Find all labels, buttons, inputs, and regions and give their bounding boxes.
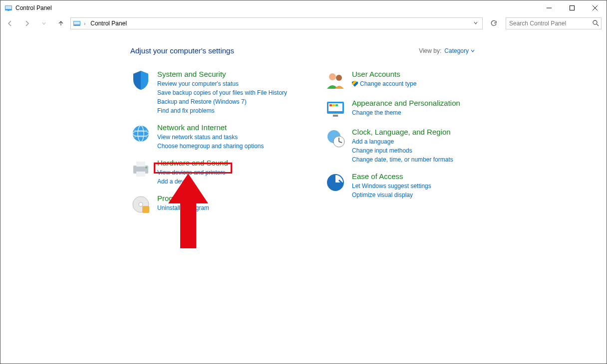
shield-icon: [130, 70, 151, 91]
address-dropdown[interactable]: [471, 20, 480, 27]
category-clock-language-region: Clock, Language, and Region Add a langua…: [325, 128, 490, 164]
task-link[interactable]: Add a language: [352, 137, 453, 146]
svg-rect-1: [5, 6, 11, 9]
category-network-internet: Network and Internet View network status…: [130, 123, 295, 151]
svg-rect-28: [333, 115, 338, 117]
svg-rect-4: [570, 6, 575, 10]
svg-line-10: [597, 24, 599, 26]
annotation-highlight-box: [154, 163, 232, 174]
task-link[interactable]: Change input methods: [352, 146, 453, 155]
clock-globe-icon: [325, 128, 346, 149]
recent-dropdown[interactable]: [36, 16, 51, 30]
task-link[interactable]: Optimize visual display: [352, 190, 431, 199]
category-title[interactable]: Network and Internet: [157, 123, 264, 132]
close-button[interactable]: [584, 0, 607, 15]
control-panel-window: Control Panel › Control Panel Adjust: [0, 0, 607, 364]
page-heading: Adjust your computer's settings: [130, 46, 234, 55]
annotation-arrow-icon: [168, 174, 208, 250]
svg-rect-25: [329, 104, 332, 106]
forward-button[interactable]: [19, 16, 34, 30]
category-title[interactable]: User Accounts: [352, 70, 416, 78]
svg-point-22: [336, 75, 342, 81]
disc-icon: [130, 194, 151, 215]
globe-icon: [130, 123, 151, 144]
category-programs: Programs Uninstall a program: [130, 194, 295, 215]
category-title[interactable]: System and Security: [157, 70, 287, 78]
svg-rect-15: [136, 162, 145, 167]
category-title[interactable]: Appearance and Personalization: [352, 99, 460, 107]
task-link[interactable]: Review your computer's status: [157, 79, 287, 88]
category-ease-of-access: Ease of Access Let Windows suggest setti…: [325, 172, 490, 199]
task-link[interactable]: Let Windows suggest settings: [352, 182, 431, 190]
breadcrumb-current[interactable]: Control Panel: [88, 19, 129, 28]
category-user-accounts: User Accounts Change account type: [325, 70, 490, 91]
view-by-control[interactable]: View by: Category: [419, 47, 475, 54]
svg-point-9: [593, 20, 597, 24]
svg-rect-27: [335, 104, 338, 106]
svg-rect-2: [7, 10, 9, 11]
view-by-value[interactable]: Category: [444, 47, 475, 54]
svg-rect-16: [136, 172, 145, 177]
search-icon[interactable]: [592, 19, 599, 28]
search-box[interactable]: [506, 17, 602, 29]
task-link[interactable]: Find and fix problems: [157, 106, 287, 115]
window-title: Control Panel: [15, 4, 52, 11]
ease-of-access-icon: [325, 172, 346, 193]
task-link[interactable]: Backup and Restore (Windows 7): [157, 97, 287, 106]
task-link[interactable]: Change date, time, or number formats: [352, 155, 453, 164]
chevron-right-icon: ›: [83, 21, 86, 26]
task-link[interactable]: View network status and tasks: [157, 133, 264, 142]
category-system-security: System and Security Review your computer…: [130, 70, 295, 115]
svg-point-19: [139, 202, 143, 206]
right-column: User Accounts Change account type Appear…: [325, 70, 490, 223]
task-link[interactable]: Save backup copies of your files with Fi…: [157, 88, 287, 97]
titlebar: Control Panel: [0, 0, 607, 15]
search-input[interactable]: [508, 19, 592, 27]
svg-point-21: [329, 73, 336, 80]
view-by-label: View by:: [419, 47, 441, 54]
refresh-button[interactable]: [488, 17, 500, 29]
address-bar[interactable]: › Control Panel: [70, 17, 483, 29]
task-link[interactable]: Change the theme: [352, 108, 460, 117]
user-accounts-icon: [325, 70, 346, 91]
task-link[interactable]: Change account type: [352, 79, 416, 88]
up-button[interactable]: [53, 16, 68, 30]
minimize-button[interactable]: [538, 0, 561, 15]
svg-rect-8: [74, 21, 80, 24]
category-title[interactable]: Ease of Access: [352, 172, 431, 181]
svg-point-17: [146, 167, 147, 169]
printer-icon: [130, 159, 151, 180]
back-button[interactable]: [2, 16, 17, 30]
maximize-button[interactable]: [561, 0, 584, 15]
content-area: Adjust your computer's settings View by:…: [0, 31, 607, 364]
navbar: › Control Panel: [0, 15, 607, 31]
control-panel-icon: [4, 4, 12, 12]
category-title[interactable]: Clock, Language, and Region: [352, 128, 453, 136]
svg-point-11: [133, 126, 149, 142]
svg-rect-20: [142, 206, 149, 213]
chevron-down-icon: [471, 49, 475, 53]
monitor-icon: [325, 99, 346, 120]
control-panel-icon: [73, 19, 81, 27]
category-appearance-personalization: Appearance and Personalization Change th…: [325, 99, 490, 120]
svg-rect-26: [332, 104, 335, 106]
left-column: System and Security Review your computer…: [130, 70, 295, 223]
task-link[interactable]: Choose homegroup and sharing options: [157, 142, 264, 151]
